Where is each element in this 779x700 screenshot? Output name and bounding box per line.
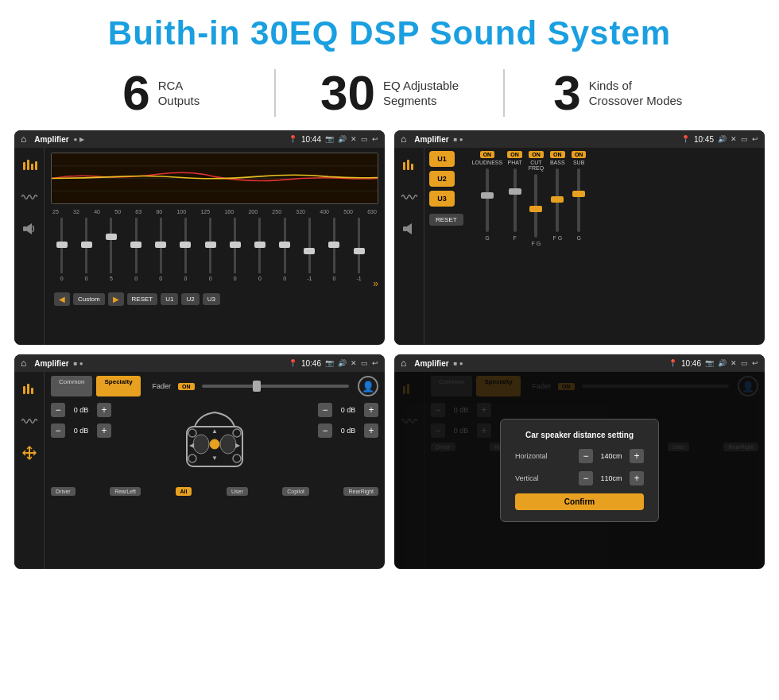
dialog-horizontal-minus[interactable]: − bbox=[579, 449, 593, 463]
amp-main-area: U1 U2 U3 RESET ON LOUDNESS bbox=[424, 148, 765, 345]
cross-home-icon[interactable]: ⌂ bbox=[21, 358, 26, 369]
dialog-topbar: ⌂ Amplifier ■ ● 📍 10:46 📷 🔊 ✕ ▭ ↩ bbox=[394, 354, 765, 372]
cross-eq-icon[interactable] bbox=[18, 378, 41, 400]
dialog-horizontal-plus[interactable]: + bbox=[630, 449, 644, 463]
amp-home-icon[interactable]: ⌂ bbox=[401, 133, 406, 145]
cross-copilot-btn[interactable]: User bbox=[227, 487, 248, 496]
amp-phat-label: PHAT bbox=[508, 160, 522, 165]
cross-vol2-plus[interactable]: + bbox=[97, 423, 111, 438]
eq-u1-btn[interactable]: U1 bbox=[161, 293, 178, 305]
cross-rearright-btn[interactable]: Copilot bbox=[282, 487, 309, 496]
amp-eq-icon[interactable] bbox=[398, 154, 421, 176]
amp-u3-btn[interactable]: U3 bbox=[429, 191, 455, 207]
amp-cutfreq-on[interactable]: ON bbox=[529, 151, 544, 158]
home-icon[interactable]: ⌂ bbox=[21, 133, 26, 145]
cross-arrows-icon[interactable] bbox=[18, 442, 41, 464]
cross-rearleft-btn[interactable]: RearLeft bbox=[110, 487, 141, 496]
cross-tab-common[interactable]: Common bbox=[51, 376, 92, 396]
amp-loudness-on[interactable]: ON bbox=[480, 151, 495, 158]
eq-slider-2[interactable]: 0 bbox=[76, 218, 97, 289]
cross-tabs: Common Specialty Fader ON 👤 bbox=[51, 376, 378, 396]
eq-slider-11[interactable]: -1 bbox=[299, 218, 320, 289]
cross-wave-icon[interactable] bbox=[18, 410, 41, 432]
amp-phat-on[interactable]: ON bbox=[507, 151, 522, 158]
amp-close-icon[interactable]: ✕ bbox=[731, 135, 737, 143]
close-icon[interactable]: ✕ bbox=[351, 135, 357, 143]
eq-topbar-title: Amplifier bbox=[34, 135, 68, 144]
eq-speaker-icon[interactable] bbox=[18, 218, 41, 240]
eq-u3-btn[interactable]: U3 bbox=[203, 293, 220, 305]
amp-back-icon[interactable]: ↩ bbox=[752, 135, 758, 143]
cross-tab-specialty[interactable]: Specialty bbox=[96, 376, 140, 396]
stat-crossover-number: 3 bbox=[553, 68, 580, 118]
cross-close-icon[interactable]: ✕ bbox=[351, 359, 357, 367]
fader-on-badge[interactable]: ON bbox=[178, 383, 195, 390]
amp-location-icon: 📍 bbox=[681, 135, 690, 143]
amp-wave-icon[interactable] bbox=[398, 186, 421, 208]
person-icon[interactable]: 👤 bbox=[358, 376, 378, 396]
screen-eq: ⌂ Amplifier ● ▶ 📍 10:44 📷 🔊 ✕ ▭ ↩ bbox=[14, 130, 385, 345]
eq-custom-btn[interactable]: Custom bbox=[73, 293, 105, 305]
amp-reset-btn[interactable]: RESET bbox=[429, 214, 463, 226]
dialog-vertical-minus[interactable]: − bbox=[579, 471, 593, 485]
eq-slider-8[interactable]: 0 bbox=[224, 218, 246, 289]
eq-slider-10[interactable]: 0 bbox=[274, 218, 296, 289]
amp-u2-btn[interactable]: U2 bbox=[429, 171, 455, 187]
amp-loudness-slider[interactable] bbox=[486, 168, 489, 232]
amp-bass-slider[interactable] bbox=[556, 168, 559, 232]
eq-u2-btn[interactable]: U2 bbox=[181, 293, 199, 305]
dialog-home-icon[interactable]: ⌂ bbox=[401, 358, 406, 369]
eq-more-icon[interactable]: » bbox=[373, 278, 378, 289]
amp-cutfreq-slider[interactable] bbox=[534, 174, 537, 238]
eq-slider-4[interactable]: 0 bbox=[126, 218, 147, 289]
eq-equalizer-icon[interactable] bbox=[18, 154, 41, 176]
cross-body: − 0 dB + − 0 dB + bbox=[51, 403, 378, 482]
eq-slider-1[interactable]: 0 bbox=[51, 218, 72, 289]
stats-row: 6 RCAOutputs 30 EQ AdjustableSegments 3 … bbox=[0, 60, 779, 130]
cross-vol4-minus[interactable]: − bbox=[318, 423, 332, 438]
amp-speaker-icon[interactable] bbox=[398, 218, 421, 240]
amp-phat-slider[interactable] bbox=[514, 168, 517, 232]
cross-vol4-plus[interactable]: + bbox=[364, 423, 378, 438]
eq-slider-9[interactable]: 0 bbox=[249, 218, 270, 289]
cross-vol1-minus[interactable]: − bbox=[51, 403, 65, 417]
amp-u1-btn[interactable]: U1 bbox=[429, 151, 455, 167]
window-icon[interactable]: ▭ bbox=[361, 135, 368, 143]
fader-thumb[interactable] bbox=[253, 381, 261, 392]
eq-slider-12[interactable]: 0 bbox=[324, 218, 345, 289]
cross-vol2-minus[interactable]: − bbox=[51, 423, 65, 438]
dialog-vertical-plus[interactable]: + bbox=[630, 471, 644, 485]
eq-wave-icon[interactable] bbox=[18, 186, 41, 208]
eq-play-btn[interactable]: ▶ bbox=[108, 292, 124, 306]
amp-sub-on[interactable]: ON bbox=[572, 151, 587, 158]
eq-slider-3[interactable]: 5 bbox=[100, 218, 122, 289]
dialog-topbar-icons: 📍 10:46 📷 🔊 ✕ ▭ ↩ bbox=[669, 359, 758, 368]
amp-bass-col: ON BASS F G bbox=[548, 151, 567, 246]
cross-window-icon[interactable]: ▭ bbox=[361, 359, 368, 367]
cross-all-btn[interactable]: All bbox=[176, 487, 192, 496]
cross-vol3-minus[interactable]: − bbox=[318, 403, 332, 417]
amp-presets: U1 U2 U3 RESET bbox=[429, 151, 463, 246]
dialog-confirm-button[interactable]: Confirm bbox=[515, 493, 644, 510]
back-icon[interactable]: ↩ bbox=[372, 135, 378, 143]
eq-slider-7[interactable]: 0 bbox=[200, 218, 221, 289]
cross-back-icon[interactable]: ↩ bbox=[372, 359, 378, 367]
fader-track[interactable] bbox=[202, 385, 349, 388]
eq-slider-5[interactable]: 0 bbox=[150, 218, 172, 289]
amp-bass-on[interactable]: ON bbox=[550, 151, 565, 158]
amp-window-icon[interactable]: ▭ bbox=[741, 135, 748, 143]
dialog-close-icon[interactable]: ✕ bbox=[731, 359, 737, 367]
eq-slider-13[interactable]: -1 bbox=[348, 218, 370, 289]
stat-crossover-label: Kinds ofCrossover Modes bbox=[589, 78, 683, 109]
cross-driver-btn[interactable]: Driver bbox=[51, 487, 76, 496]
cross-vol1-plus[interactable]: + bbox=[97, 403, 111, 417]
cross-user-btn[interactable]: RearRight bbox=[343, 487, 378, 496]
eq-reset-btn[interactable]: RESET bbox=[127, 293, 158, 305]
amp-controls-layout: U1 U2 U3 RESET ON LOUDNESS bbox=[429, 151, 760, 246]
dialog-back-icon[interactable]: ↩ bbox=[752, 359, 758, 367]
dialog-window-icon[interactable]: ▭ bbox=[741, 359, 748, 367]
eq-prev-btn[interactable]: ◀ bbox=[54, 292, 70, 306]
eq-slider-6[interactable]: 0 bbox=[175, 218, 196, 289]
amp-sub-slider[interactable] bbox=[577, 168, 580, 232]
cross-vol3-plus[interactable]: + bbox=[364, 403, 378, 417]
